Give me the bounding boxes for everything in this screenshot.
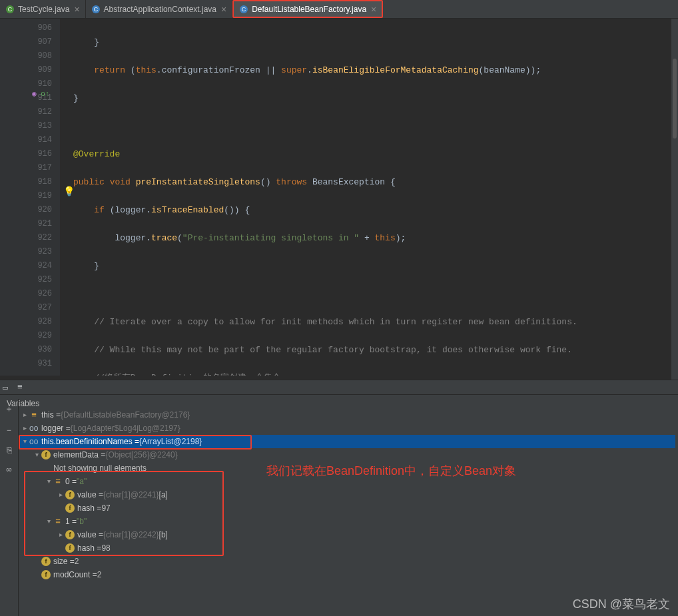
minus-icon[interactable]: － [5, 424, 13, 436]
svg-text:C: C [8, 6, 13, 13]
var-elementdata[interactable]: ▾felementData = {Object[256]@2240} [20, 448, 675, 462]
vertical-scrollbar[interactable] [671, 19, 678, 376]
debug-panel: ▭ ≡ Variables ＋ － ⎘ ∞ ▸≡this = {DefaultL… [0, 380, 678, 616]
var-this[interactable]: ▸≡this = {DefaultListableBeanFactory@217… [20, 408, 675, 422]
intention-bulb-icon[interactable]: 💡 [63, 186, 75, 197]
tab-testcycle[interactable]: C TestCycle.java × [0, 0, 86, 18]
var-index-1[interactable]: ▾≡1 = "b" [20, 515, 675, 528]
settings-icon[interactable]: ≡ [17, 382, 28, 393]
watermark: CSDN @菜鸟老文 [573, 596, 670, 612]
var-size[interactable]: fsize = 2 [20, 555, 675, 568]
link-toggle-icon[interactable]: ∞ [7, 465, 12, 475]
var-1-hash[interactable]: fhash = 98 [20, 541, 675, 555]
close-icon[interactable]: × [74, 4, 79, 15]
tab-label: TestCycle.java [18, 5, 69, 14]
variables-tree[interactable]: ▸≡this = {DefaultListableBeanFactory@217… [20, 408, 675, 581]
var-beandefinitionnames[interactable]: ▾oothis.beanDefinitionNames = {ArrayList… [20, 435, 675, 448]
editor-tabs: C TestCycle.java × C AbstractApplication… [0, 0, 678, 19]
close-icon[interactable]: × [221, 4, 226, 15]
var-logger[interactable]: ▸oologger = {LogAdapter$Log4jLog@2197} [20, 422, 675, 435]
annotation-text: 我们记载在BeanDefinition中，自定义Bean对象 [266, 463, 516, 479]
java-class-icon: C [5, 5, 15, 14]
svg-text:C: C [242, 6, 246, 13]
override-marker-icon[interactable]: ◉ o↑ [32, 89, 49, 98]
editor: 906 907 908 909 910 911 912 913 914 916 … [0, 19, 678, 376]
add-icon[interactable]: ＋ [5, 403, 13, 415]
var-0-value[interactable]: ▸fvalue = {char[1]@2241} [a] [20, 488, 675, 501]
java-class-icon: C [239, 5, 248, 14]
copy-icon[interactable]: ⎘ [7, 446, 12, 456]
close-icon[interactable]: × [371, 4, 376, 15]
line-gutter: 906 907 908 909 910 911 912 913 914 916 … [0, 19, 60, 376]
java-class-icon: C [91, 5, 101, 14]
var-1-value[interactable]: ▸fvalue = {char[1]@2242} [b] [20, 528, 675, 541]
tab-abstractappcontext[interactable]: C AbstractApplicationContext.java × [86, 0, 233, 18]
var-modcount[interactable]: fmodCount = 2 [20, 568, 675, 581]
panel-toolbar: ▭ ≡ [0, 380, 678, 395]
var-0-hash[interactable]: fhash = 97 [20, 501, 675, 515]
tab-defaultlistablebeanfactory[interactable]: C DefaultListableBeanFactory.java × [232, 0, 383, 18]
svg-text:C: C [93, 6, 98, 13]
tab-label: AbstractApplicationContext.java [104, 5, 216, 14]
tab-label: DefaultListableBeanFactory.java [252, 5, 366, 14]
code-area[interactable]: } return (this.configurationFrozen || su… [60, 19, 678, 376]
layout-icon[interactable]: ▭ [3, 382, 13, 393]
side-toolbar: ＋ － ⎘ ∞ [0, 399, 19, 616]
